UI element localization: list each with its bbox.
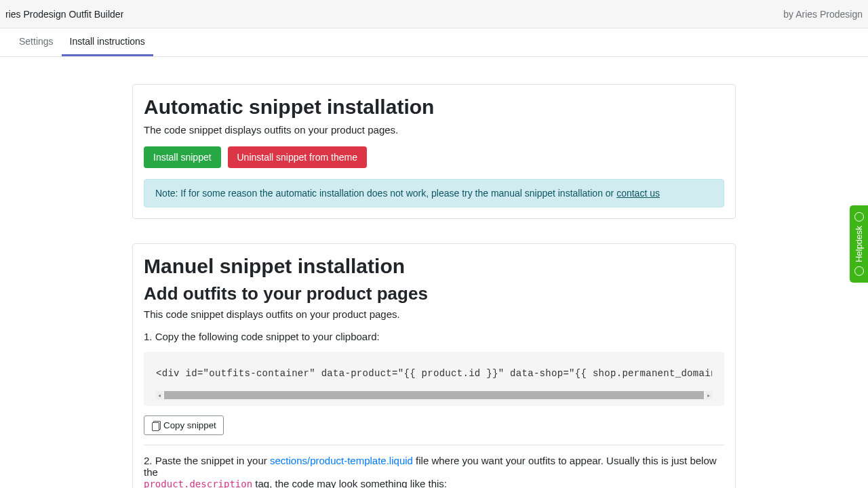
- manual-install-card: Manuel snippet installation Add outfits …: [132, 243, 736, 488]
- snippet-code-block: <div id="outfits-container" data-product…: [144, 352, 724, 406]
- scroll-left-icon[interactable]: ◂: [156, 391, 163, 399]
- step-1-text: 1. Copy the following code snippet to yo…: [144, 331, 724, 342]
- app-header: ries Prodesign Outfit Builder by Aries P…: [0, 0, 868, 28]
- helpdesk-chat-icon: [854, 266, 864, 276]
- tab-settings[interactable]: Settings: [11, 28, 62, 56]
- scroll-track[interactable]: [164, 391, 704, 399]
- code-scrollbar[interactable]: ◂ ▸: [156, 391, 712, 399]
- install-snippet-button[interactable]: Install snippet: [144, 146, 221, 168]
- scroll-right-icon[interactable]: ▸: [705, 391, 712, 399]
- helpdesk-close-icon: [854, 212, 864, 222]
- install-note-alert: Note: If for some reason the automatic i…: [144, 179, 724, 207]
- tabs-bar: Settings Install instructions: [0, 28, 868, 57]
- install-note-text: Note: If for some reason the automatic i…: [155, 188, 616, 199]
- manual-install-desc: This code snippet displays outfits on yo…: [144, 308, 724, 320]
- app-author: by Aries Prodesign: [783, 9, 863, 20]
- manual-install-subtitle: Add outfits to your product pages: [144, 283, 724, 304]
- auto-install-card: Automatic snippet installation The code …: [132, 84, 736, 219]
- tab-install-instructions[interactable]: Install instructions: [62, 28, 153, 56]
- auto-install-buttons: Install snippet Uninstall snippet from t…: [144, 146, 724, 168]
- contact-us-link[interactable]: contact us: [616, 188, 660, 199]
- helpdesk-label: Helpdesk: [854, 226, 864, 262]
- manual-install-title: Manuel snippet installation: [144, 255, 724, 278]
- product-description-code: product.description: [144, 479, 252, 488]
- copy-snippet-button[interactable]: Copy snippet: [144, 415, 224, 435]
- copy-icon: [151, 421, 161, 430]
- auto-install-title: Automatic snippet installation: [144, 96, 724, 119]
- copy-snippet-label: Copy snippet: [163, 420, 216, 430]
- template-file-link[interactable]: sections/product-template.liquid: [270, 455, 413, 466]
- auto-install-desc: The code snippet displays outfits on you…: [144, 124, 724, 136]
- helpdesk-tab[interactable]: Helpdesk: [850, 205, 868, 283]
- main-content: Automatic snippet installation The code …: [132, 57, 736, 488]
- snippet-code: <div id="outfits-container" data-product…: [156, 368, 712, 379]
- step-2-text: 2. Paste the snippet in your sections/pr…: [144, 455, 724, 488]
- app-title: ries Prodesign Outfit Builder: [5, 9, 123, 20]
- separator: [144, 445, 724, 445]
- uninstall-snippet-button[interactable]: Uninstall snippet from theme: [228, 146, 367, 168]
